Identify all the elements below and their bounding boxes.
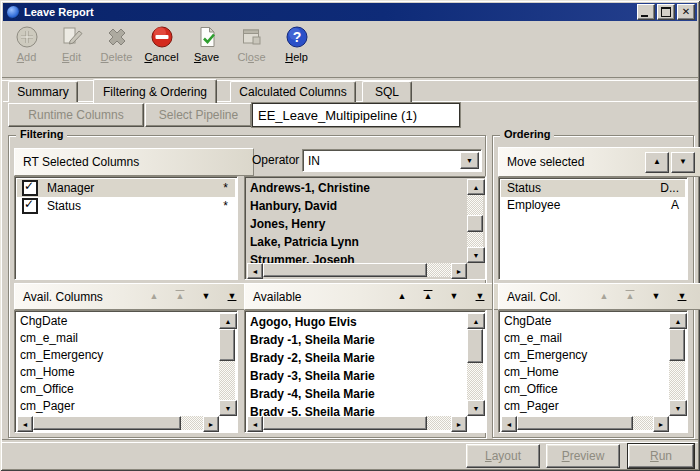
maximize-button[interactable] xyxy=(657,4,675,20)
close-window-button[interactable] xyxy=(677,4,695,20)
list-item[interactable]: Lake, Patricia Lynn xyxy=(247,233,467,251)
move-up-button[interactable] xyxy=(389,292,415,301)
cancel-button[interactable]: Cancel xyxy=(139,24,184,75)
list-item[interactable]: Brady -3, Sheila Marie xyxy=(247,367,467,385)
move-down-button[interactable] xyxy=(643,292,669,301)
move-to-top-button[interactable] xyxy=(415,292,441,301)
scroll-thumb[interactable] xyxy=(219,329,235,361)
horizontal-scrollbar[interactable] xyxy=(501,416,669,430)
checkbox-checked-icon[interactable] xyxy=(22,198,38,214)
scroll-up-button[interactable] xyxy=(467,313,485,329)
move-up-button[interactable] xyxy=(645,152,669,173)
list-item[interactable]: Agogo, Hugo Elvis xyxy=(247,313,467,331)
scroll-right-button[interactable] xyxy=(451,416,467,432)
list-item[interactable]: cm_Home xyxy=(501,364,669,381)
scroll-track[interactable] xyxy=(263,263,451,277)
scroll-thumb[interactable] xyxy=(467,329,483,363)
scroll-up-button[interactable] xyxy=(669,313,687,329)
preview-button[interactable]: Preview xyxy=(546,444,620,468)
scroll-track[interactable] xyxy=(467,195,483,247)
list-item[interactable]: cm_Emergency xyxy=(501,347,669,364)
vertical-scrollbar[interactable] xyxy=(219,313,235,416)
close-button[interactable]: Close xyxy=(229,24,274,75)
edit-button[interactable]: Edit xyxy=(49,24,94,75)
pipeline-name-box[interactable]: EE_Leave_Multipipeline (1) xyxy=(252,103,460,127)
scroll-track[interactable] xyxy=(263,416,451,430)
scroll-down-button[interactable] xyxy=(467,400,485,416)
checkbox-checked-icon[interactable] xyxy=(22,180,38,196)
list-item[interactable]: Brady -4, Sheila Marie xyxy=(247,385,467,403)
minimize-button[interactable] xyxy=(637,4,655,20)
move-up-button[interactable] xyxy=(591,292,617,301)
list-item[interactable]: cm_Office xyxy=(501,381,669,398)
tab-filtering-ordering[interactable]: Filtering & Ordering xyxy=(93,79,217,103)
vertical-scrollbar[interactable] xyxy=(467,313,483,416)
list-item-manager[interactable]: Manager * xyxy=(17,179,235,197)
move-down-button[interactable] xyxy=(441,292,467,301)
move-to-top-button[interactable] xyxy=(617,292,643,301)
list-item[interactable]: cm_Pager xyxy=(17,398,219,415)
scroll-left-button[interactable] xyxy=(247,416,263,432)
scroll-left-button[interactable] xyxy=(501,416,517,432)
scroll-thumb[interactable] xyxy=(263,416,427,430)
list-item[interactable]: Andrews-1, Christine xyxy=(247,179,467,197)
list-item[interactable]: Hanbury, David xyxy=(247,197,467,215)
scroll-down-button[interactable] xyxy=(219,400,237,416)
scroll-track[interactable] xyxy=(517,416,653,430)
run-button[interactable]: Run xyxy=(628,444,694,468)
scroll-right-button[interactable] xyxy=(451,263,467,279)
list-item[interactable]: cm_e_mail xyxy=(17,330,219,347)
tab-summary[interactable]: Summary xyxy=(8,81,78,102)
scroll-down-button[interactable] xyxy=(669,400,687,416)
move-to-bottom-button[interactable] xyxy=(669,292,695,301)
list-item-status[interactable]: Status * xyxy=(17,197,235,215)
list-item-status[interactable]: Status D... xyxy=(501,180,685,197)
layout-button[interactable]: Layout xyxy=(466,444,540,468)
list-item[interactable]: cm_Emergency xyxy=(17,347,219,364)
runtime-columns-button[interactable]: Runtime Columns xyxy=(8,103,144,127)
horizontal-scrollbar[interactable] xyxy=(247,263,467,277)
move-down-button[interactable] xyxy=(193,292,219,301)
list-item[interactable]: ChgDate xyxy=(501,313,669,330)
tab-calculated-columns[interactable]: Calculated Columns xyxy=(230,81,356,102)
scroll-down-button[interactable] xyxy=(467,247,485,263)
scroll-thumb[interactable] xyxy=(517,416,633,430)
list-item[interactable]: cm_Pager xyxy=(501,398,669,415)
list-item[interactable]: cm_Office xyxy=(17,381,219,398)
scroll-right-button[interactable] xyxy=(653,416,669,432)
scroll-track[interactable] xyxy=(33,416,203,430)
list-item[interactable]: ChgDate xyxy=(17,313,219,330)
move-down-button[interactable] xyxy=(671,152,695,173)
horizontal-scrollbar[interactable] xyxy=(17,416,219,430)
titlebar[interactable]: Leave Report xyxy=(3,3,697,21)
tab-sql[interactable]: SQL xyxy=(362,81,412,102)
help-button[interactable]: ? Help xyxy=(274,24,319,75)
save-button[interactable]: Save xyxy=(184,24,229,75)
list-item[interactable]: Brady -5, Sheila Marie xyxy=(247,403,467,416)
scroll-thumb[interactable] xyxy=(33,416,181,430)
add-button[interactable]: Add xyxy=(4,24,49,75)
move-up-button[interactable] xyxy=(141,292,167,301)
scroll-up-button[interactable] xyxy=(219,313,237,329)
scroll-track[interactable] xyxy=(669,329,685,400)
move-to-bottom-button[interactable] xyxy=(219,292,245,301)
scroll-thumb[interactable] xyxy=(467,215,483,233)
delete-button[interactable]: Delete xyxy=(94,24,139,75)
scroll-left-button[interactable] xyxy=(247,263,263,279)
horizontal-scrollbar[interactable] xyxy=(247,416,467,430)
list-item[interactable]: Jones, Henry xyxy=(247,215,467,233)
move-to-top-button[interactable] xyxy=(167,292,193,301)
move-to-bottom-button[interactable] xyxy=(467,292,493,301)
operator-dropdown[interactable]: IN xyxy=(302,149,482,172)
list-item[interactable]: cm_Home xyxy=(17,364,219,381)
list-item[interactable]: Brady -2, Sheila Marie xyxy=(247,349,467,367)
scroll-track[interactable] xyxy=(467,329,483,400)
scroll-thumb[interactable] xyxy=(263,263,427,277)
vertical-scrollbar[interactable] xyxy=(467,179,483,263)
list-item-employee[interactable]: Employee A xyxy=(501,197,685,214)
scroll-track[interactable] xyxy=(219,329,235,400)
scroll-right-button[interactable] xyxy=(203,416,219,432)
scroll-thumb[interactable] xyxy=(669,329,685,361)
dropdown-arrow-icon[interactable] xyxy=(460,152,479,169)
list-item[interactable]: Brady -1, Sheila Marie xyxy=(247,331,467,349)
